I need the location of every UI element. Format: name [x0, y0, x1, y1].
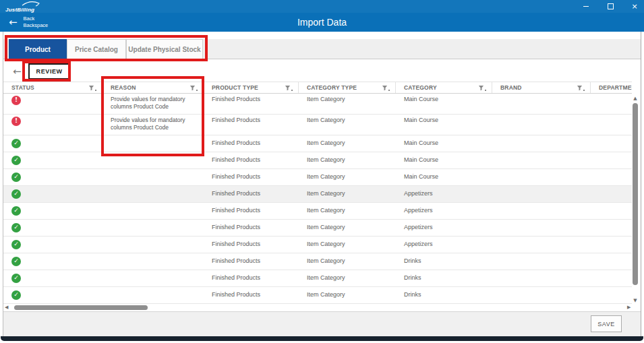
cell-category-type: Item Category: [299, 139, 396, 148]
table-row[interactable]: !Provide values for mandatory columns Pr…: [3, 94, 632, 115]
title-bar: JustBilling ×: [0, 0, 644, 13]
horizontal-scrollbar-thumb[interactable]: [14, 305, 148, 310]
table-row[interactable]: ✓Finished ProductsItem CategoryAppetizer…: [3, 237, 632, 253]
scroll-right-icon[interactable]: ▶: [627, 305, 631, 310]
cell-product-type: Finished Products: [204, 139, 299, 148]
success-icon: ✓: [11, 156, 21, 165]
cell-status: ✓: [3, 206, 103, 216]
cell-status: ✓: [3, 290, 103, 300]
filter-icon[interactable]: [285, 85, 293, 91]
cell-product-type: Finished Products: [204, 115, 299, 125]
cell-category: Main Course: [396, 173, 492, 181]
table-row[interactable]: ✓Finished ProductsItem CategoryAppetizer…: [3, 186, 632, 203]
scroll-up-icon[interactable]: ▲: [631, 96, 639, 101]
cell-product-type: Finished Products: [204, 156, 299, 164]
cell-status: ✓: [3, 223, 103, 232]
filter-icon[interactable]: [88, 85, 96, 91]
cell-product-type: Finished Products: [204, 274, 299, 282]
close-icon[interactable]: ×: [631, 3, 639, 11]
cell-status: ✓: [3, 189, 103, 199]
cell-category-type: Item Category: [299, 257, 396, 266]
cell-category-type: Item Category: [299, 156, 396, 164]
table-row[interactable]: ✓Finished ProductsItem CategoryDrinks: [3, 253, 632, 270]
column-label: DEPARTMENT: [599, 84, 632, 91]
cell-product-type: Finished Products: [204, 224, 299, 232]
table-row[interactable]: ✓Finished ProductsItem CategoryAppetizer…: [3, 220, 632, 237]
table-row[interactable]: ✓Finished ProductsItem CategoryDrinks: [3, 270, 632, 287]
cell-department: [591, 94, 632, 96]
table-row[interactable]: !Provide values for mandatory columns Pr…: [3, 115, 632, 135]
table-row[interactable]: ✓Finished ProductsItem CategoryDrinks: [3, 287, 632, 304]
cell-product-type: Finished Products: [204, 257, 299, 266]
column-label: REASON: [111, 84, 136, 91]
minimize-icon[interactable]: [582, 3, 590, 11]
cell-category-type: Item Category: [299, 94, 396, 104]
success-icon: ✓: [11, 257, 21, 266]
table-row[interactable]: ✓Finished ProductsItem CategoryMain Cour…: [3, 135, 632, 152]
column-label: CATEGORY TYPE: [307, 84, 357, 91]
column-label: BRAND: [500, 84, 522, 91]
cell-reason: Provide values for mandatory columns Pro…: [103, 115, 204, 131]
cell-status: ✓: [3, 274, 103, 283]
cell-category: Appetizers: [396, 224, 492, 232]
horizontal-scrollbar[interactable]: ◀ ▶: [3, 304, 637, 311]
page-title: Import Data: [0, 17, 644, 28]
table-row[interactable]: ✓Finished ProductsItem CategoryMain Cour…: [3, 152, 632, 169]
column-label: CATEGORY: [404, 84, 437, 91]
cell-category-type: Item Category: [299, 291, 396, 299]
cell-product-type: Finished Products: [204, 173, 299, 181]
success-icon: ✓: [11, 290, 21, 300]
cell-status: ✓: [3, 240, 103, 249]
cell-category-type: Item Category: [299, 241, 396, 249]
toolbar-back-arrow-icon[interactable]: ←: [13, 65, 22, 77]
cell-brand: [492, 94, 591, 96]
tab-product[interactable]: Product: [9, 39, 67, 59]
cell-status: !: [3, 94, 103, 105]
app-logo: JustBilling: [5, 2, 34, 11]
cell-category-type: Item Category: [299, 207, 396, 215]
save-button[interactable]: SAVE: [591, 315, 622, 332]
filter-icon[interactable]: [382, 85, 390, 91]
scroll-down-icon[interactable]: ▼: [631, 298, 639, 303]
filter-icon[interactable]: [577, 85, 585, 91]
cell-category: Main Course: [396, 156, 492, 164]
table-row[interactable]: ✓Finished ProductsItem CategoryMain Cour…: [3, 169, 632, 186]
cell-category: Drinks: [396, 274, 492, 282]
filter-icon[interactable]: [189, 85, 198, 91]
cell-product-type: Finished Products: [204, 207, 299, 215]
cell-status: ✓: [3, 257, 103, 266]
success-icon: ✓: [11, 240, 21, 249]
maximize-icon[interactable]: [606, 3, 614, 11]
cell-category: Appetizers: [396, 190, 492, 198]
vertical-scrollbar-thumb[interactable]: [633, 103, 638, 285]
column-header-category-type: CATEGORY TYPE: [299, 82, 396, 93]
error-icon: !: [11, 117, 21, 126]
tab-update-physical-stock[interactable]: Update Physical Stock: [126, 39, 203, 59]
success-icon: ✓: [11, 139, 21, 148]
review-button[interactable]: REVIEW: [28, 63, 71, 80]
cell-category: Main Course: [396, 139, 492, 148]
maximize-glyph: [608, 3, 614, 9]
success-icon: ✓: [11, 173, 21, 182]
success-icon: ✓: [11, 223, 21, 232]
column-header-reason: REASON: [103, 82, 204, 93]
cell-category-type: Item Category: [299, 173, 396, 181]
vertical-scrollbar[interactable]: ▲ ▼: [631, 96, 639, 303]
scroll-left-icon[interactable]: ◀: [5, 305, 8, 310]
table-row[interactable]: ✓Finished ProductsItem CategoryAppetizer…: [3, 203, 632, 220]
grid-header: STATUSREASONPRODUCT TYPECATEGORY TYPECAT…: [3, 82, 632, 94]
cell-product-type: Finished Products: [204, 241, 299, 249]
tab-price-catalog[interactable]: Price Catalog: [67, 39, 126, 59]
success-icon: ✓: [11, 189, 21, 199]
column-header-department: DEPARTMENT: [591, 82, 632, 93]
cell-product-type: Finished Products: [204, 291, 299, 299]
page-header: ← Back Backspace Import Data: [0, 13, 644, 32]
cell-category: Appetizers: [396, 207, 492, 215]
grid-body: !Provide values for mandatory columns Pr…: [3, 94, 632, 304]
success-icon: ✓: [11, 274, 21, 283]
column-header-product-type: PRODUCT TYPE: [204, 82, 299, 93]
filter-icon[interactable]: [478, 85, 486, 91]
app-window: JustBilling × ← Back Backspace Import Da…: [0, 0, 644, 343]
cell-category-type: Item Category: [299, 190, 396, 198]
cell-category-type: Item Category: [299, 115, 396, 125]
